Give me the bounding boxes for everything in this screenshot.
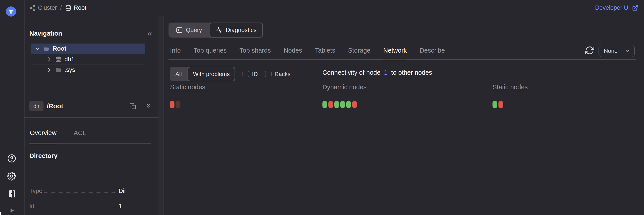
gear-icon [7, 172, 16, 180]
external-link-icon [632, 5, 638, 11]
play-triangle-icon [8, 207, 16, 214]
node-status-square[interactable] [340, 101, 345, 108]
id-checkbox-label: ID [252, 71, 258, 78]
node-status-square[interactable] [346, 101, 351, 108]
chevrons-left-icon [146, 30, 153, 37]
static-nodes-strip [170, 101, 180, 108]
dynamic-nodes-heading: Dynamic nodes [322, 84, 366, 91]
id-checkbox[interactable] [242, 71, 249, 77]
info-value: Dir [118, 188, 133, 194]
rail-divider [0, 206, 24, 206]
tree-item-label: .sys [64, 66, 75, 73]
refresh-icon [585, 46, 594, 55]
tree-item-db1[interactable]: db1 [31, 54, 145, 65]
navigation-panel: Navigation Root [24, 16, 158, 215]
chevrons-down-icon [145, 103, 152, 109]
copy-icon [130, 103, 136, 110]
racks-checkbox-group[interactable]: Racks [265, 71, 290, 78]
info-row-id: Id 1 [29, 203, 133, 210]
ydb-logo-icon [8, 8, 14, 15]
node-status-square[interactable] [492, 101, 497, 108]
connectivity-node-link[interactable]: 1 [384, 69, 388, 76]
heading-underline [492, 92, 636, 92]
info-section-heading: Directory [29, 152, 58, 160]
breadcrumb: Cluster / Root [29, 4, 86, 11]
chevron-right-icon[interactable] [46, 56, 52, 63]
tab-describe[interactable]: Describe [420, 47, 445, 54]
tree-item-root[interactable]: Root [31, 44, 145, 54]
node-status-square[interactable] [322, 101, 327, 108]
node-status-square[interactable] [352, 101, 357, 108]
racks-checkbox[interactable] [265, 71, 272, 77]
connectivity-suffix: to other nodes [391, 69, 432, 76]
heading-underline [322, 92, 466, 92]
database-icon [65, 5, 71, 11]
expand-panel-button[interactable] [8, 207, 16, 214]
collapse-panel-button[interactable] [146, 30, 153, 37]
panel-vertical-divider [314, 60, 314, 215]
node-status-square[interactable] [498, 101, 503, 108]
selected-entity-row: dir /Root [29, 100, 152, 112]
node-status-square[interactable] [170, 101, 174, 108]
tab-top-queries[interactable]: Top queries [194, 47, 226, 54]
tabs-underline [168, 59, 636, 60]
id-checkbox-group[interactable]: ID [242, 71, 258, 78]
entity-actions [130, 103, 152, 110]
tab-tablets[interactable]: Tablets [315, 47, 335, 54]
developer-ui-label: Developer UI [595, 4, 630, 11]
node-status-square[interactable] [334, 101, 339, 108]
pulse-icon [216, 27, 222, 33]
dynamic-nodes-strip [322, 101, 357, 108]
chevron-down-icon[interactable] [34, 46, 41, 52]
dotted-leader [44, 192, 117, 193]
breadcrumb-separator: / [60, 4, 62, 11]
filter-all-button[interactable]: All [170, 67, 188, 81]
tab-acl[interactable]: ACL [74, 129, 86, 138]
expand-summary-button[interactable] [145, 103, 152, 110]
tab-top-shards[interactable]: Top shards [240, 47, 271, 54]
static-nodes-right-heading: Static nodes [492, 84, 528, 91]
ydb-logo[interactable] [6, 6, 16, 16]
problem-filter: All With problems [170, 67, 235, 81]
help-circle-icon [7, 154, 16, 163]
autorefresh-select[interactable]: None [598, 45, 635, 57]
developer-ui-link[interactable]: Developer UI [595, 4, 638, 11]
tab-nodes[interactable]: Nodes [284, 47, 302, 54]
corner-fragment [0, 212, 1, 215]
chevron-down-icon [624, 48, 630, 54]
copy-path-button[interactable] [130, 103, 136, 110]
entity-path: /Root [47, 102, 63, 110]
tab-info[interactable]: Info [170, 47, 181, 54]
settings-button[interactable] [7, 172, 16, 180]
tab-storage[interactable]: Storage [348, 47, 370, 54]
info-value: 1 [118, 203, 133, 210]
top-bar: Cluster / Root Developer UI [24, 0, 644, 16]
object-tree: Root db1 [31, 44, 145, 75]
connectivity-title: Connectivity of node 1 to other nodes [322, 69, 432, 76]
folder-icon [55, 67, 62, 73]
diagnostics-tabs: Info Top queries Top shards Nodes Tablet… [170, 47, 445, 54]
tab-network[interactable]: Network [383, 47, 406, 54]
refresh-button[interactable] [585, 46, 594, 55]
query-view-label: Query [186, 27, 202, 34]
query-view-button[interactable]: Query [168, 22, 210, 38]
divider [24, 117, 158, 118]
breadcrumb-cluster[interactable]: Cluster [38, 4, 57, 11]
help-button[interactable] [7, 154, 16, 163]
panel-scroll-gutter[interactable] [158, 16, 164, 215]
dotted-leader [36, 208, 117, 208]
network-filter-row: All With problems ID Racks [170, 67, 290, 81]
chevron-right-icon[interactable] [46, 67, 52, 73]
ydb-monitoring-app: Cluster / Root Developer UI Navigation [0, 0, 644, 215]
tab-overview[interactable]: Overview [30, 129, 56, 138]
filter-with-problems-button[interactable]: With problems [188, 67, 235, 81]
tree-item-sys[interactable]: .sys [31, 65, 145, 75]
node-status-square[interactable] [328, 101, 333, 108]
sign-out-button[interactable] [7, 189, 16, 198]
exit-door-icon [7, 189, 16, 198]
breadcrumb-current: Root [74, 4, 86, 11]
diagnostics-view-button[interactable]: Diagnostics [210, 22, 263, 38]
divider [29, 93, 152, 93]
folder-open-icon [43, 46, 50, 52]
node-status-square[interactable] [176, 101, 180, 108]
